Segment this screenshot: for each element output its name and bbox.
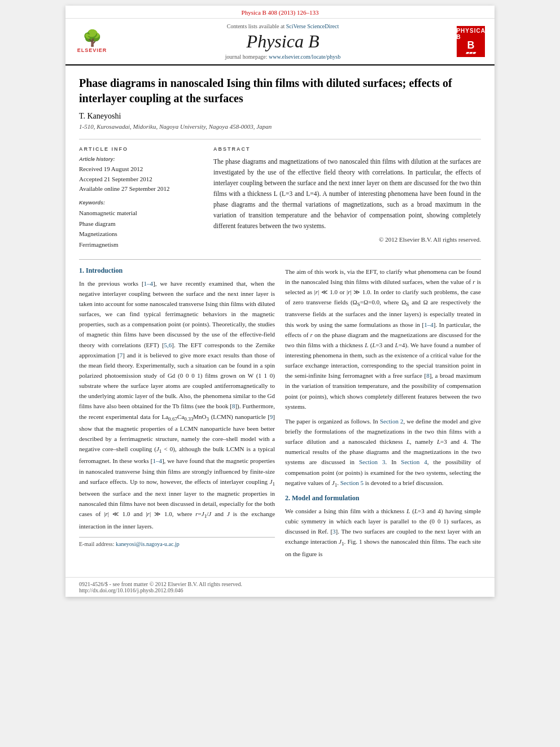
section1-number: 1.: [79, 267, 84, 274]
received-date: Received 19 August 2012: [79, 164, 203, 174]
article-info-col: ARTICLE INFO Article history: Received 1…: [79, 146, 203, 250]
section-divider: [79, 259, 481, 260]
keyword-2: Phase diagram: [79, 219, 203, 229]
email-label: E-mail address:: [79, 541, 114, 547]
elsevier-logo: 🌳 ELSEVIER: [72, 25, 112, 59]
section1-right-para2: The paper is organized as follows. In Se…: [285, 416, 481, 490]
section2-number: 2.: [285, 494, 290, 502]
section1-right-para1: The aim of this work is, via the EFT, to…: [285, 267, 481, 412]
section2-para1: We consider a Ising thin film with a thi…: [285, 506, 481, 559]
section1-title: 1. Introduction: [79, 267, 275, 275]
badge-sub: ▰▰▰: [466, 50, 476, 55]
body-col-left: 1. Introduction In the previous works [1…: [79, 267, 275, 563]
body-col-right: The aim of this work is, via the EFT, to…: [285, 267, 481, 563]
section2-title-text: Model and formulation: [292, 494, 359, 502]
physica-badge: PHYSICA B B ▰▰▰: [457, 26, 485, 57]
journal-citation: Physica B 408 (2013) 126–133: [242, 9, 319, 16]
keywords-section: Keywords: Nanomagnetic material Phase di…: [79, 200, 203, 250]
abstract-heading: ABSTRACT: [213, 146, 481, 152]
author-affiliation: 1-510, Kurosawadai, Midoriku, Nagoya Uni…: [79, 123, 481, 130]
section2-body: We consider a Ising thin film with a thi…: [285, 506, 481, 559]
history-label: Article history:: [79, 156, 203, 162]
article-title: Phase diagrams in nanoscaled Ising thin …: [79, 76, 481, 106]
journal-homepage-line: journal homepage: www.elsevier.com/locat…: [225, 54, 340, 60]
article-info-heading: ARTICLE INFO: [79, 146, 203, 152]
homepage-link[interactable]: www.elsevier.com/locate/physb: [269, 54, 340, 60]
sciverse-prefix: Contents lists available at: [227, 23, 285, 29]
section1-right-body: The aim of this work is, via the EFT, to…: [285, 267, 481, 490]
keyword-1: Nanomagnetic material: [79, 208, 203, 219]
abstract-col: ABSTRACT The phase diagrams and magnetiz…: [213, 146, 481, 250]
journal-title-area: Contents lists available at SciVerse Sci…: [117, 23, 448, 60]
badge-title: PHYSICA B: [456, 28, 485, 40]
section2-title: 2. Model and formulation: [285, 494, 481, 503]
article-info-abstract: ARTICLE INFO Article history: Received 1…: [79, 139, 481, 250]
email-link[interactable]: kaneyosi@is.nagoya-u.ac.jp: [116, 541, 180, 547]
author-name: T. Kaneyoshi: [79, 112, 481, 121]
journal-main-title: Physica B: [247, 32, 320, 51]
keyword-4: Ferrimagnetism: [79, 239, 203, 250]
homepage-label: journal homepage:: [225, 54, 268, 60]
accepted-date: Accepted 21 September 2012: [79, 174, 203, 185]
elsevier-wordmark: ELSEVIER: [77, 47, 107, 53]
journal-citation-bar: Physica B 408 (2013) 126–133: [65, 6, 495, 19]
page-container: Physica B 408 (2013) 126–133 🌳 ELSEVIER …: [65, 6, 495, 597]
copyright-line: © 2012 Elsevier B.V. All rights reserved…: [213, 236, 481, 243]
online-date: Available online 27 September 2012: [79, 184, 203, 194]
sciverse-link-text[interactable]: SciVerse ScienceDirect: [286, 23, 339, 29]
journal-header: 🌳 ELSEVIER Contents lists available at S…: [65, 19, 495, 65]
article-history: Article history: Received 19 August 2012…: [79, 156, 203, 194]
physica-badge-area: PHYSICA B B ▰▰▰: [454, 23, 488, 60]
section1-body: In the previous works [1–4], we have rec…: [79, 278, 275, 531]
bottom-doi: http://dx.doi.org/10.1016/j.physb.2012.0…: [79, 587, 481, 593]
keyword-3: Magnetizations: [79, 229, 203, 239]
section1-title-text: Introduction: [86, 267, 123, 274]
bottom-bar: 0921-4526/$ - see front matter © 2012 El…: [65, 577, 495, 597]
elsevier-logo-area: 🌳 ELSEVIER: [72, 23, 112, 60]
footnote-area: E-mail address: kaneyosi@is.nagoya-u.ac.…: [79, 537, 275, 547]
abstract-text: The phase diagrams and magnetizations of…: [213, 156, 481, 231]
badge-b: B: [467, 40, 475, 50]
bottom-copyright: 0921-4526/$ - see front matter © 2012 El…: [79, 581, 481, 587]
keywords-label: Keywords:: [79, 200, 203, 206]
sciverse-line: Contents lists available at SciVerse Sci…: [227, 23, 339, 29]
article-content: Phase diagrams in nanoscaled Ising thin …: [65, 65, 495, 577]
section1-para1: In the previous works [1–4], we have rec…: [79, 278, 275, 531]
body-columns: 1. Introduction In the previous works [1…: [79, 267, 481, 563]
elsevier-tree-icon: 🌳: [82, 30, 102, 46]
